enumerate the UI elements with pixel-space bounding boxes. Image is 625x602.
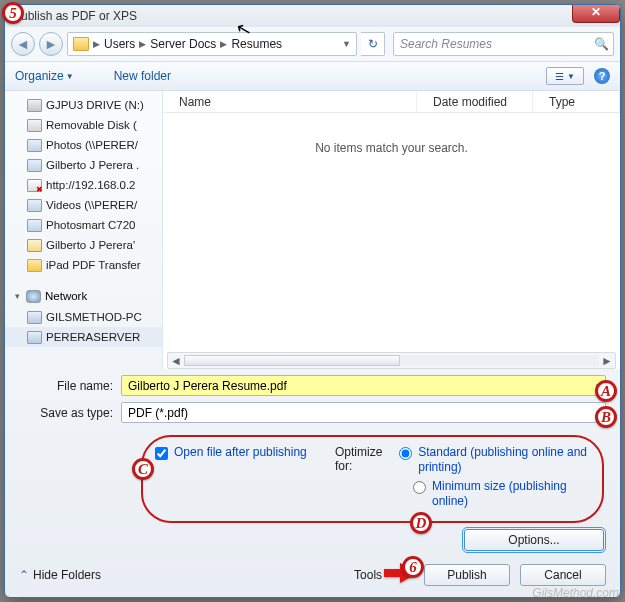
publish-button[interactable]: Publish <box>424 564 510 586</box>
sidebar-item-removable[interactable]: Removable Disk ( <box>5 115 162 135</box>
optimize-minimum-label[interactable]: Minimum size (publishing online) <box>432 479 590 509</box>
optimize-standard-radio[interactable] <box>399 447 412 460</box>
chevron-right-icon: ▶ <box>92 39 101 49</box>
open-after-checkbox[interactable] <box>155 447 168 460</box>
network-icon <box>26 290 41 303</box>
callout-B: B <box>595 406 617 428</box>
breadcrumb[interactable]: ▶ Users ▶ Server Docs ▶ Resumes ▼ <box>67 32 357 56</box>
horizontal-scrollbar[interactable]: ◄ ► <box>167 352 616 369</box>
back-button[interactable]: ◄ <box>11 32 35 56</box>
forward-button[interactable]: ► <box>39 32 63 56</box>
optimize-options-group: Open file after publishing Optimize for:… <box>141 435 604 523</box>
scroll-right-icon[interactable]: ► <box>599 354 615 368</box>
help-icon: ? <box>599 70 606 82</box>
arrow-left-icon: ◄ <box>16 36 30 52</box>
sidebar-item-gilsmethod-pc[interactable]: GILSMETHOD-PC <box>5 307 162 327</box>
document-icon <box>27 239 42 252</box>
sidebar-item-photosmart[interactable]: Photosmart C720 <box>5 215 162 235</box>
view-mode-button[interactable]: ☰▼ <box>546 67 584 85</box>
close-button[interactable]: ✕ <box>572 4 620 23</box>
callout-D: D <box>410 512 432 534</box>
scroll-track[interactable] <box>184 355 599 366</box>
network-share-icon <box>27 139 42 152</box>
close-icon: ✕ <box>591 5 601 19</box>
column-header-type[interactable]: Type <box>533 91 620 112</box>
network-error-icon <box>27 179 42 192</box>
callout-5: 5 <box>2 2 24 24</box>
chevron-down-icon: ▼ <box>66 72 74 81</box>
sidebar-item-pereraserver[interactable]: PERERASERVER <box>5 327 162 347</box>
filename-label: File name: <box>19 379 121 393</box>
empty-message: No items match your search. <box>163 113 620 155</box>
folder-icon <box>73 37 89 51</box>
sidebar-item-videos[interactable]: Videos (\\PERER/ <box>5 195 162 215</box>
search-input[interactable]: Search Resumes 🔍 <box>393 32 614 56</box>
sidebar-item-photos[interactable]: Photos (\\PERER/ <box>5 135 162 155</box>
sidebar: GJPU3 DRIVE (N:) Removable Disk ( Photos… <box>5 91 163 369</box>
optimize-standard-label[interactable]: Standard (publishing online and printing… <box>418 445 590 475</box>
crumb-resumes[interactable]: Resumes <box>228 37 285 51</box>
chevron-down-icon: ▾ <box>15 291 20 301</box>
toolbar: Organize ▼ New folder ☰▼ ? <box>5 61 620 91</box>
refresh-button[interactable]: ↻ <box>361 32 385 56</box>
chevron-up-icon: ⌃ <box>19 568 29 582</box>
optimize-for-label: Optimize for: <box>335 445 389 473</box>
savetype-label: Save as type: <box>19 406 121 420</box>
refresh-icon: ↻ <box>368 37 378 51</box>
sidebar-group-network[interactable]: ▾Network <box>5 285 162 307</box>
network-share-icon <box>27 159 42 172</box>
organize-menu[interactable]: Organize ▼ <box>15 69 74 83</box>
watermark: GilsMethod.com <box>532 586 619 600</box>
nav-row: ◄ ► ▶ Users ▶ Server Docs ▶ Resumes ▼ ↻ … <box>5 27 620 61</box>
footer: ⌃ Hide Folders Tools ▼ Publish Cancel <box>5 557 620 596</box>
search-placeholder: Search Resumes <box>400 37 492 51</box>
computer-icon <box>27 331 42 344</box>
arrow-right-icon: ► <box>44 36 58 52</box>
titlebar: Publish as PDF or XPS ✕ <box>5 5 620 27</box>
callout-C: C <box>132 458 154 480</box>
help-button[interactable]: ? <box>594 68 610 84</box>
open-after-label[interactable]: Open file after publishing <box>174 445 307 459</box>
scroll-thumb[interactable] <box>184 355 400 366</box>
options-button[interactable]: Options... <box>464 529 604 551</box>
folder-icon <box>27 259 42 272</box>
chevron-right-icon: ▶ <box>219 39 228 49</box>
column-header-date[interactable]: Date modified <box>417 91 533 112</box>
column-header-row: Name Date modified Type <box>163 91 620 113</box>
chevron-down-icon[interactable]: ▼ <box>341 39 352 49</box>
callout-6: 6 <box>402 556 424 578</box>
network-share-icon <box>27 199 42 212</box>
fields: File name: Gilberto J Perera Resume.pdf … <box>5 369 620 433</box>
computer-icon <box>27 311 42 324</box>
sidebar-item-gilberto2[interactable]: Gilberto J Perera' <box>5 235 162 255</box>
callout-A: A <box>595 380 617 402</box>
optimize-minimum-radio[interactable] <box>413 481 426 494</box>
crumb-serverdocs[interactable]: Server Docs <box>147 37 219 51</box>
window-title: Publish as PDF or XPS <box>13 9 137 23</box>
printer-icon <box>27 219 42 232</box>
column-header-name[interactable]: Name <box>163 91 417 112</box>
sidebar-item-ipad[interactable]: iPad PDF Transfer <box>5 255 162 275</box>
sidebar-item-drive[interactable]: GJPU3 DRIVE (N:) <box>5 95 162 115</box>
new-folder-button[interactable]: New folder <box>114 69 171 83</box>
sidebar-item-url[interactable]: http://192.168.0.2 <box>5 175 162 195</box>
crumb-users[interactable]: Users <box>101 37 138 51</box>
chevron-right-icon: ▶ <box>138 39 147 49</box>
savetype-value: PDF (*.pdf) <box>128 406 188 420</box>
sidebar-item-gilberto1[interactable]: Gilberto J Perera . <box>5 155 162 175</box>
drive-icon <box>27 99 42 112</box>
filename-value: Gilberto J Perera Resume.pdf <box>128 379 287 393</box>
view-icon: ☰ <box>555 71 564 82</box>
savetype-select[interactable]: PDF (*.pdf) ▾ <box>121 402 606 423</box>
removable-disk-icon <box>27 119 42 132</box>
file-list: Name Date modified Type No items match y… <box>163 91 620 369</box>
hide-folders-button[interactable]: ⌃ Hide Folders <box>19 568 101 582</box>
cancel-button[interactable]: Cancel <box>520 564 606 586</box>
search-icon: 🔍 <box>594 37 609 51</box>
scroll-left-icon[interactable]: ◄ <box>168 354 184 368</box>
publish-dialog: Publish as PDF or XPS ✕ ◄ ► ▶ Users ▶ Se… <box>4 4 621 598</box>
chevron-down-icon: ▼ <box>567 72 575 81</box>
filename-input[interactable]: Gilberto J Perera Resume.pdf ▾ <box>121 375 606 396</box>
